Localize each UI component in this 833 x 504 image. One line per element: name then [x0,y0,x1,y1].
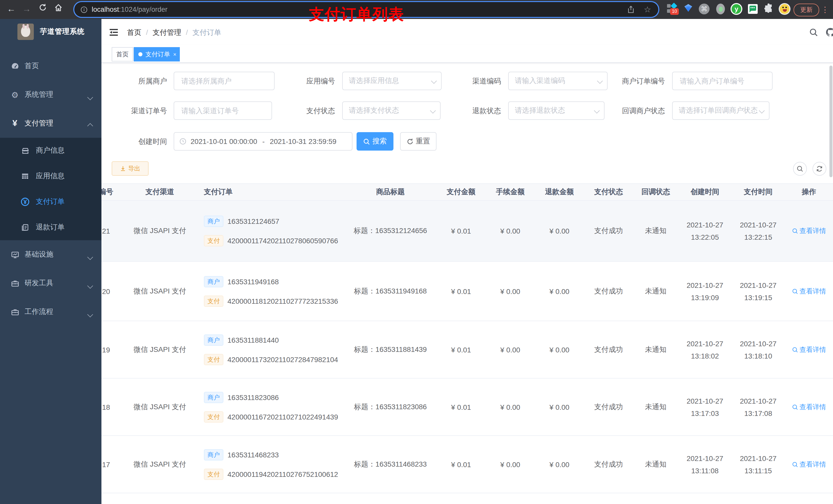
table-header-row: 编号 支付渠道 支付订单 商品标题 支付金额 手续金额 退款金额 支付状态 回调… [101,183,833,201]
channel-order-no-input[interactable] [174,101,272,120]
table-row[interactable]: 商户1635311351796 [101,493,833,504]
reset-button[interactable]: 重置 [400,132,436,150]
sidebar-submenu-pay: 商户信息 应用信息 支付订单 退款订单 [0,138,101,240]
pay-tag: 支付 [204,235,223,246]
table-row[interactable]: 17 微信 JSAPI 支付 商户1635311468233 支付4200001… [101,436,833,493]
view-detail-link[interactable]: 查看详情 [792,345,826,354]
extension-y-icon[interactable]: y [731,3,743,15]
sidebar-item-app-info[interactable]: 应用信息 [0,163,101,189]
yen-icon: ¥ [10,119,20,128]
channel-code-select[interactable]: 请输入渠道编码 [508,72,608,90]
app-select[interactable]: 请选择应用信息 [342,72,442,90]
download-icon [120,165,126,172]
merchant-tag: 商户 [204,334,223,345]
filter-label-channel-code: 渠道编码 [429,72,501,90]
site-info-icon[interactable] [80,6,88,13]
refresh-icon [816,165,823,172]
browser-back-icon[interactable]: ← [6,4,17,15]
tab-pay-order[interactable]: 支付订单× [134,47,180,62]
pay-tag: 支付 [204,469,223,480]
yen-circle-icon [21,197,30,207]
sidebar: 芋道管理系统 首页 ⚙ 系统管理 ¥ 支付管理 商户信息 [0,19,101,504]
table-row[interactable]: 20 微信 JSAPI 支付 商户1635311949168 支付4200001… [101,262,833,321]
chevron-up-icon [87,123,93,129]
monitor-chart-icon [10,250,20,259]
extension-command-icon[interactable]: ⌘ [698,3,711,15]
view-detail-link[interactable]: 查看详情 [792,460,826,469]
url-text: localhost:1024/pay/order [92,6,168,13]
browser-forward-icon[interactable]: → [21,4,32,15]
merchant-tag: 商户 [204,276,223,287]
breadcrumb-home[interactable]: 首页 [127,28,141,37]
pay-status-select[interactable]: 请选择支付状态 [342,101,441,120]
sidebar-item-pay-order[interactable]: 支付订单 [0,189,101,215]
table-row[interactable]: 18 微信 JSAPI 支付 商户1635311823086 支付4200001… [101,379,833,436]
browser-menu-icon[interactable]: ⋮ [821,4,829,15]
merchant-order-no-input[interactable] [672,72,772,90]
browser-reload-icon[interactable] [37,4,48,15]
filter-label-merchant: 所属商户 [95,72,167,90]
grid-icon [21,172,30,181]
github-icon[interactable] [824,26,833,39]
chevron-down-icon [87,254,93,260]
header-search-icon[interactable] [807,26,820,39]
document-icon [21,223,30,232]
merchant-tag: 商户 [204,216,223,227]
tab-close-icon[interactable]: × [173,51,176,57]
merchant-input[interactable] [174,72,275,90]
sidebar-item-dev-tools[interactable]: 研发工具 [0,269,101,297]
sidebar-item-system[interactable]: ⚙ 系统管理 [0,80,101,109]
sidebar-item-merchant-info[interactable]: 商户信息 [0,138,101,163]
magnifier-icon [792,346,798,353]
view-detail-link[interactable]: 查看详情 [792,287,826,296]
sidebar-collapse-icon[interactable] [109,27,119,38]
breadcrumb-pay[interactable]: 支付管理 [153,28,181,37]
search-icon [796,165,803,172]
pay-tag: 支付 [204,354,223,365]
sidebar-item-pay[interactable]: ¥ 支付管理 [0,109,101,138]
gear-icon: ⚙ [10,90,20,99]
browser-home-icon[interactable] [53,4,64,15]
view-detail-link[interactable]: 查看详情 [792,402,826,411]
extension-workflow-icon[interactable]: 10 [666,3,678,15]
chevron-down-icon [759,108,765,114]
show-search-toggle-button[interactable] [793,162,807,176]
chevron-down-icon [87,283,93,289]
vertical-scrollbar-thumb[interactable] [829,66,832,177]
search-icon [363,138,370,145]
sidebar-item-refund-order[interactable]: 退款订单 [0,215,101,240]
export-button[interactable]: 导出 [112,161,148,176]
create-time-range-picker[interactable]: 2021-10-01 00:00:00 - 2021-10-31 23:59:5… [174,132,353,150]
app-header: 首页/支付管理/支付订单 ? TT ▼ [101,19,833,46]
filter-label-refund-status: 退款状态 [429,101,501,120]
extension-gem-icon[interactable] [682,3,695,15]
browser-profile-avatar[interactable] [779,3,791,15]
view-detail-link[interactable]: 查看详情 [792,226,826,236]
browser-update-button[interactable]: 更新 [793,4,819,16]
sidebar-item-home[interactable]: 首页 [0,52,101,80]
extension-chat-icon[interactable] [747,3,759,15]
search-button[interactable]: 搜索 [357,132,394,150]
toolbox-icon [10,279,20,288]
sidebar-item-workflow[interactable]: 工作流程 [0,297,101,326]
table-row[interactable]: 19 微信 JSAPI 支付 商户1635311881440 支付4200001… [101,321,833,379]
filter-label-channel-order-no: 渠道订单号 [95,101,167,120]
refresh-table-button[interactable] [812,162,826,176]
extensions-puzzle-icon[interactable] [763,3,775,15]
sidebar-item-infrastructure[interactable]: 基础设施 [0,240,101,269]
clock-icon [179,138,187,145]
magnifier-icon [792,228,798,234]
refresh-icon [406,138,413,145]
page-title: 支付订单列表 [249,4,464,25]
refund-status-select[interactable]: 请选择退款状态 [508,101,604,120]
sidebar-logo[interactable]: 芋道管理系统 [0,19,101,45]
app-window: ← → localhost:1024/pay/order ☆ 10 ⌘ [0,0,833,504]
share-icon[interactable] [627,6,635,13]
tab-home[interactable]: 首页 [112,47,133,62]
notify-status-select[interactable]: 请选择订单回调商户状态 [672,101,769,120]
magnifier-icon [792,288,798,294]
table-row[interactable]: 21 微信 JSAPI 支付 商户1635312124657 支付4200001… [101,201,833,262]
extension-oval-icon[interactable] [715,3,727,15]
bookmark-star-icon[interactable]: ☆ [644,5,651,14]
pay-tag: 支付 [204,295,223,307]
